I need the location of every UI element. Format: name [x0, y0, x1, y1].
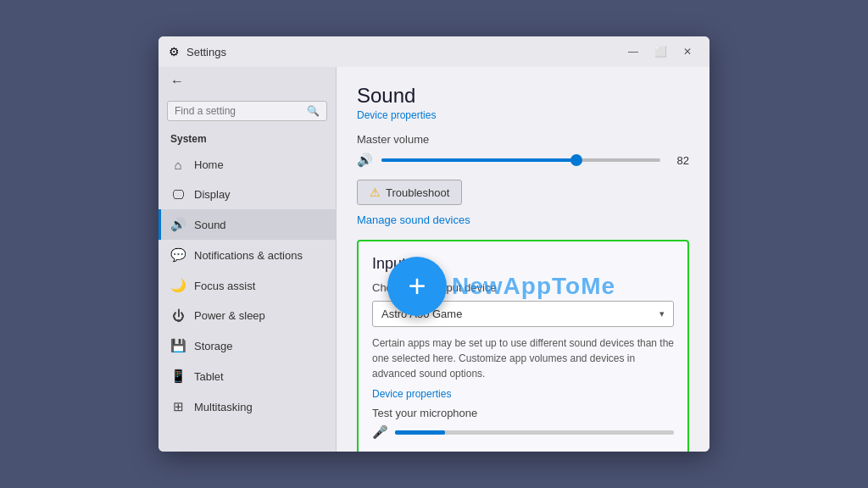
sidebar-item-label-storage: Storage [194, 340, 233, 352]
input-device-dropdown[interactable]: Astro A50 Game ▾ [372, 301, 674, 327]
notifications-icon: 💬 [170, 247, 186, 263]
titlebar: ⚙ Settings — ⬜ ✕ [159, 36, 709, 67]
sidebar-section-label: System [159, 130, 336, 150]
selected-device-label: Astro A50 Game [381, 308, 462, 320]
mic-icon: 🎤 [372, 424, 388, 440]
tablet-icon: 📱 [170, 369, 186, 384]
settings-window: ⚙ Settings — ⬜ ✕ ← 🔍 System ⌂ Home 🖵 [159, 36, 709, 452]
window-title: Settings [186, 46, 226, 58]
window-content: ← 🔍 System ⌂ Home 🖵 Display 🔊 Sound 💬 [159, 67, 709, 452]
mic-level-fill [395, 430, 445, 435]
volume-slider-fill [381, 158, 576, 162]
warning-icon: ⚠ [370, 186, 381, 199]
sidebar-item-multitasking[interactable]: ⊞ Multitasking [159, 391, 336, 422]
sound-icon: 🔊 [170, 217, 186, 232]
sidebar-item-notifications[interactable]: 💬 Notifications & actions [159, 240, 336, 270]
troubleshoot-button[interactable]: ⚠ Troubleshoot [357, 180, 462, 205]
sidebar-item-sound[interactable]: 🔊 Sound [159, 209, 336, 240]
troubleshoot-label: Troubleshoot [386, 186, 449, 199]
maximize-button[interactable]: ⬜ [648, 40, 672, 64]
search-icon: 🔍 [307, 105, 320, 117]
sidebar-item-label-tablet: Tablet [194, 370, 224, 383]
volume-slider-thumb[interactable] [570, 154, 582, 166]
sidebar-item-storage[interactable]: 💾 Storage [159, 330, 336, 361]
input-section-title: Input [372, 255, 674, 273]
window-controls: — ⬜ ✕ [621, 40, 699, 64]
sidebar-item-label-display: Display [194, 188, 231, 201]
volume-row: 🔊 82 [357, 152, 689, 168]
sidebar-item-label-home: Home [194, 158, 224, 171]
sidebar-item-label-power: Power & sleep [194, 309, 265, 322]
manage-sound-devices-link[interactable]: Manage sound devices [357, 214, 689, 226]
sidebar-item-tablet[interactable]: 📱 Tablet [159, 361, 336, 391]
sidebar-item-power[interactable]: ⏻ Power & sleep [159, 301, 336, 330]
volume-icon: 🔊 [357, 152, 373, 168]
sidebar-item-label-notifications: Notifications & actions [194, 249, 303, 262]
dropdown-arrow-icon: ▾ [659, 308, 665, 319]
search-box[interactable]: 🔍 [167, 101, 327, 121]
sidebar-item-home[interactable]: ⌂ Home [159, 150, 336, 180]
back-arrow-icon: ← [170, 74, 184, 89]
search-input[interactable] [175, 105, 307, 117]
volume-slider-track[interactable] [381, 158, 660, 162]
power-icon: ⏻ [170, 308, 186, 323]
main-content: Sound Device properties Master volume 🔊 … [337, 67, 709, 452]
page-title: Sound [357, 84, 689, 108]
sidebar-item-label-sound: Sound [194, 219, 226, 231]
home-icon: ⌂ [170, 158, 186, 172]
storage-icon: 💾 [170, 338, 186, 353]
mic-level-bar [395, 430, 674, 435]
minimize-button[interactable]: — [621, 40, 645, 64]
multitasking-icon: ⊞ [170, 399, 186, 414]
master-volume-label: Master volume [357, 133, 689, 146]
sidebar: ← 🔍 System ⌂ Home 🖵 Display 🔊 Sound 💬 [159, 67, 337, 452]
display-icon: 🖵 [170, 187, 186, 202]
sidebar-item-display[interactable]: 🖵 Display [159, 180, 336, 209]
window-icon: ⚙ [169, 45, 180, 58]
mic-level-row: 🎤 [372, 424, 674, 440]
input-info-text: Certain apps may be set up to use differ… [372, 336, 674, 381]
test-mic-label: Test your microphone [372, 407, 674, 419]
focus-icon: 🌙 [170, 278, 186, 293]
device-properties-link[interactable]: Device properties [357, 109, 689, 121]
volume-value: 82 [669, 154, 689, 167]
sidebar-item-label-multitasking: Multitasking [194, 401, 253, 413]
sidebar-item-label-focus: Focus assist [194, 280, 255, 292]
back-button[interactable]: ← [159, 67, 336, 96]
input-section: Input Choose your input device Astro A50… [357, 240, 689, 452]
sidebar-item-focus[interactable]: 🌙 Focus assist [159, 270, 336, 301]
input-device-properties-link[interactable]: Device properties [372, 388, 674, 400]
choose-input-label: Choose your input device [372, 281, 674, 294]
close-button[interactable]: ✕ [676, 40, 699, 64]
